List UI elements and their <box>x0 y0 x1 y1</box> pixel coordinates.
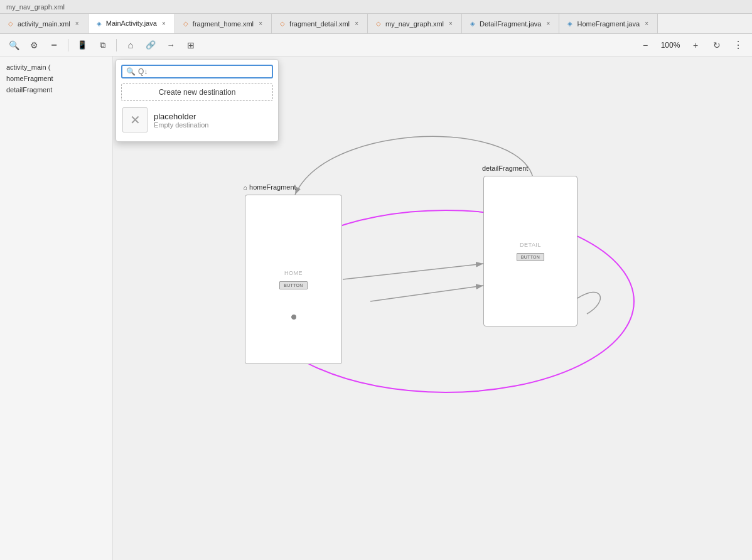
home-fragment-content: HOME BUTTON <box>245 195 341 363</box>
dropdown-popup: 🔍 Create new destination ✕ placeholder E… <box>115 59 279 142</box>
detail-button-sm: BUTTON <box>517 253 544 261</box>
detail-fragment-name: detailFragment <box>482 164 528 172</box>
left-panel-label: homeFragment <box>6 75 53 82</box>
home-screen-text: HOME <box>284 270 303 276</box>
zoom-bar: − 100% + ↻ ⋮ <box>637 36 747 54</box>
xml-icon: ◇ <box>374 19 383 28</box>
tab-close-btn[interactable]: × <box>159 19 168 28</box>
tab-fragment-detail[interactable]: ◇ fragment_detail.xml × <box>272 14 368 34</box>
left-panel-label: detailFragment <box>6 86 52 94</box>
tab-close-btn[interactable]: × <box>352 19 361 28</box>
home-button-sm: BUTTON <box>279 281 307 289</box>
home-fragment-name: homeFragment <box>249 183 296 191</box>
home-indicator-icon: ⌂ <box>244 184 247 191</box>
settings-button[interactable]: ⚙ <box>25 36 43 54</box>
home-connection-dot[interactable] <box>290 313 298 321</box>
left-panel-item-detail[interactable]: detailFragment <box>0 84 112 95</box>
dest-name: placeholder <box>154 112 208 121</box>
tab-homefragment[interactable]: ◈ HomeFragment.java × <box>559 14 658 34</box>
grid-button[interactable]: ⊞ <box>182 36 200 54</box>
refresh-button[interactable]: ↻ <box>708 36 726 54</box>
search-icon: 🔍 <box>126 67 136 76</box>
search-box[interactable]: 🔍 <box>121 65 273 78</box>
new-destination-button[interactable]: 📱 <box>73 36 91 54</box>
tab-label: HomeFragment.java <box>577 20 640 28</box>
dest-subtitle: Empty destination <box>154 121 208 129</box>
zoom-out-button[interactable]: − <box>45 36 63 54</box>
create-new-destination-item[interactable]: Create new destination <box>121 83 273 101</box>
dest-text: placeholder Empty destination <box>154 112 208 129</box>
tab-detailfragment[interactable]: ◈ DetailFragment.java × <box>462 14 559 34</box>
tab-label: activity_main.xml <box>18 20 70 28</box>
link-button[interactable]: 🔗 <box>142 36 159 54</box>
left-panel-item-home[interactable]: homeFragment <box>0 73 112 84</box>
xml-icon: ◇ <box>181 19 190 28</box>
tab-activity-main[interactable]: ◇ activity_main.xml × <box>0 14 89 34</box>
tab-label: MainActivity.java <box>106 19 157 27</box>
tab-label: DetailFragment.java <box>480 20 541 28</box>
search-input[interactable] <box>138 67 268 76</box>
xml-icon: ◇ <box>278 19 287 28</box>
search-button[interactable]: 🔍 <box>5 36 23 54</box>
detail-fragment-label: detailFragment <box>482 164 528 172</box>
svg-line-3 <box>370 286 483 301</box>
tab-mainactivity[interactable]: ◈ MainActivity.java × <box>89 14 175 34</box>
separator-2 <box>116 39 117 51</box>
tab-my-nav-graph[interactable]: ◇ my_nav_graph.xml × <box>368 14 462 34</box>
destination-item-placeholder[interactable]: ✕ placeholder Empty destination <box>116 104 278 136</box>
home-fragment-node[interactable]: HOME BUTTON <box>245 195 342 364</box>
create-new-dest-label: Create new destination <box>159 88 236 97</box>
tab-fragment-home[interactable]: ◇ fragment_home.xml × <box>175 14 272 34</box>
tab-close-btn[interactable]: × <box>446 19 455 28</box>
tab-close-btn[interactable]: × <box>256 19 265 28</box>
zoom-increase-button[interactable]: + <box>687 36 704 54</box>
main-area: activity_main ( homeFragment detailFragm… <box>0 57 752 560</box>
more-settings-button[interactable]: ⋮ <box>729 36 747 54</box>
separator-1 <box>68 39 68 51</box>
left-panel-label: activity_main ( <box>6 63 50 71</box>
left-panel-item-activity[interactable]: activity_main ( <box>0 62 112 73</box>
zoom-decrease-button[interactable]: − <box>637 36 654 54</box>
tab-label: fragment_home.xml <box>193 20 254 28</box>
title-text: my_nav_graph.xml <box>6 3 65 11</box>
title-bar: my_nav_graph.xml <box>0 0 752 14</box>
tab-close-btn[interactable]: × <box>544 19 552 28</box>
tab-close-btn[interactable]: × <box>642 19 651 28</box>
tab-bar: ◇ activity_main.xml × ◈ MainActivity.jav… <box>0 14 752 34</box>
copy-button[interactable]: ⧉ <box>94 36 111 54</box>
tab-label: my_nav_graph.xml <box>385 20 444 28</box>
xml-icon: ◇ <box>6 19 15 28</box>
detail-fragment-node[interactable]: DETAIL BUTTON <box>483 176 577 326</box>
tab-label: fragment_detail.xml <box>289 20 350 28</box>
toolbar: 🔍 ⚙ − 📱 ⧉ ⌂ 🔗 → ⊞ − 100% + ↻ ⋮ <box>0 34 752 57</box>
placeholder-x-icon: ✕ <box>130 112 141 127</box>
java-icon: ◈ <box>468 19 477 28</box>
detail-screen-text: DETAIL <box>520 242 541 248</box>
canvas-area[interactable]: HOME BUTTON ⌂ homeFragment DETAIL BUTTON… <box>113 57 752 560</box>
svg-line-2 <box>343 264 483 279</box>
home-fragment-label: ⌂ homeFragment <box>244 183 296 191</box>
zoom-level-text: 100% <box>658 41 683 50</box>
left-panel: activity_main ( homeFragment detailFragm… <box>0 57 113 560</box>
home-button[interactable]: ⌂ <box>122 36 139 54</box>
dest-icon-box: ✕ <box>122 107 148 132</box>
forward-button[interactable]: → <box>162 36 180 54</box>
detail-fragment-content: DETAIL BUTTON <box>484 176 577 326</box>
tab-close-btn[interactable]: × <box>73 19 82 28</box>
java-icon: ◈ <box>95 19 104 28</box>
java-icon: ◈ <box>566 19 574 28</box>
